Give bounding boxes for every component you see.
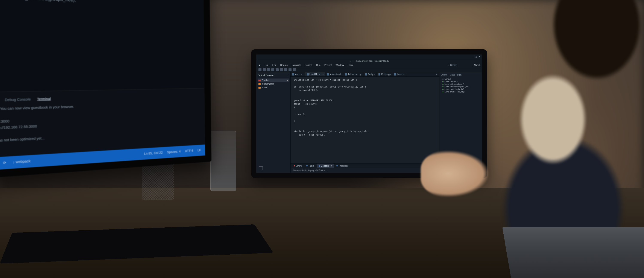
bullet-icon — [442, 86, 444, 87]
project-explorer-title: Project Explorer — [258, 74, 274, 76]
terminal-tab-debug-console[interactable]: Debug Console — [5, 96, 31, 103]
status-dot-icon — [319, 165, 320, 167]
outline-node[interactable]: Level :: GetTile(int, int) : — [441, 90, 481, 93]
tab-close-icon[interactable]: × — [322, 73, 324, 75]
outline-node[interactable]: Level :: GetTile(int, int) : — [441, 88, 481, 90]
file-icon — [307, 73, 309, 75]
panel-menu-icon[interactable]: ⋮ — [287, 74, 289, 76]
outline-node[interactable]: Level :: LevelO — [441, 80, 481, 83]
status-dot-icon — [336, 165, 338, 166]
toolbar-settings-icon[interactable] — [293, 68, 296, 71]
outline-root[interactable]: Level.h — [441, 78, 481, 80]
status-item[interactable]: Ln 85, Col 22 — [144, 149, 163, 158]
bottom-tab-tasks[interactable]: Tasks — [304, 164, 316, 168]
tab-app-cpp[interactable]: App.cpp — [291, 72, 305, 76]
search-placeholder: Search — [450, 64, 457, 66]
menu-source[interactable]: Source — [280, 64, 288, 66]
tab-level01-cpp[interactable]: Level01.cpp× — [305, 72, 326, 76]
menu-help[interactable]: Help — [348, 64, 353, 66]
menu-file[interactable]: File — [265, 64, 268, 66]
tab-entity-cpp[interactable]: Entity.cpp — [377, 72, 392, 76]
toolbar-stop-icon[interactable] — [284, 68, 287, 71]
toolbar-debug-icon[interactable] — [280, 68, 283, 71]
laptop-screen: — ▢ ✕ C++ - main/Level01.cpp - Moonlight… — [251, 49, 487, 178]
console-output: No consoles to display at this time... — [291, 168, 439, 173]
search-box[interactable]: ⌕ Search — [448, 64, 457, 66]
make-target-tab[interactable]: Make Target — [450, 74, 462, 76]
search-icon: ⌕ — [448, 64, 449, 66]
bullet-icon — [442, 81, 444, 82]
close-icon[interactable]: ✕ — [478, 55, 480, 58]
tab-animation-cpp[interactable]: Animation.cpp — [343, 72, 363, 76]
menu-window[interactable]: Window — [336, 64, 344, 66]
app-logo-icon: ▲ — [258, 64, 261, 66]
folder-icon — [258, 80, 260, 81]
toolbar — [256, 67, 482, 72]
window-title: C++ - main/Level01.cpp - Moonlight SDK — [256, 59, 482, 63]
file-icon — [378, 73, 380, 75]
tab-bar-close-icon[interactable]: × — [434, 72, 439, 76]
bullet-icon — [442, 91, 444, 92]
outline-node[interactable]: Level :: OnRender(SDL_Int... — [441, 85, 481, 88]
bottom-panel-tabs: ErrorsTasksConsole×Properties — [291, 163, 439, 168]
toolbar-save-all-icon[interactable] — [267, 68, 270, 71]
tab-animation-h[interactable]: Animation.h — [326, 72, 343, 76]
code-editor[interactable]: unsigned int len = cp_count * sizeof(*gr… — [291, 77, 439, 163]
status-item[interactable]: ↓ webpack — [13, 159, 30, 164]
toolbar-run-icon[interactable] — [276, 68, 279, 71]
bullet-icon — [442, 89, 444, 90]
toolbar-new-icon[interactable] — [258, 68, 262, 71]
external-monitor: group_info->blocks[i] = group_info->smal… — [0, 0, 212, 181]
toolbar-search-icon[interactable] — [288, 68, 292, 71]
file-icon — [292, 73, 294, 75]
tab-close-icon[interactable]: × — [330, 165, 332, 167]
menu-bar: ▲ FileEditSourceNavigateSearchRunProject… — [256, 63, 482, 67]
outline-tab[interactable]: Outline — [441, 74, 448, 76]
project-item-pkccompare[interactable]: pkcCompare — [258, 82, 289, 86]
monitor-terminal-output: Live link is activated. You can now view… — [0, 100, 199, 146]
editor-tab-bar: App.cppLevel01.cpp×Animation.hAnimation.… — [291, 72, 439, 77]
tab-level-h[interactable]: Level.h — [392, 72, 406, 76]
status-item[interactable]: ⟳ — [3, 161, 6, 165]
terminal-tab-terminal[interactable]: Terminal — [37, 96, 51, 102]
project-explorer-panel: Project Explorer ⋮ GradiuspkcCompareRais… — [256, 72, 291, 173]
water-glass-prop — [210, 131, 236, 191]
toolbar-build-icon[interactable] — [271, 68, 274, 71]
status-dot-icon — [306, 165, 308, 166]
outline-node[interactable]: Level :: OnLoad(char*) : — [441, 83, 481, 85]
bullet-icon — [442, 84, 444, 85]
menu-project[interactable]: Project — [324, 64, 332, 66]
status-item[interactable]: UTF-8 — [185, 147, 194, 155]
about-link[interactable]: About — [474, 64, 480, 66]
minimize-icon[interactable]: — — [470, 55, 473, 58]
file-icon — [345, 73, 347, 75]
file-icon — [327, 73, 329, 75]
file-icon — [365, 73, 367, 75]
folder-icon — [258, 87, 260, 89]
toolbar-save-icon[interactable] — [263, 68, 266, 71]
menu-search[interactable]: Search — [305, 64, 312, 66]
monitor-code-area: group_info->blocks[i] = group_info->smal… — [6, 0, 196, 10]
folder-icon — [258, 83, 260, 85]
menu-navigate[interactable]: Navigate — [292, 64, 301, 66]
bottom-tab-console[interactable]: Console× — [317, 164, 334, 168]
explorer-view-icon[interactable] — [259, 166, 263, 170]
project-item-raise[interactable]: Raise — [258, 86, 289, 89]
status-dot-icon — [294, 165, 295, 166]
maximize-icon[interactable]: ▢ — [475, 55, 477, 58]
status-item[interactable]: LF — [198, 147, 201, 154]
bottom-tab-errors[interactable]: Errors — [292, 164, 304, 168]
tab-entity-h[interactable]: Entity.h — [364, 72, 377, 76]
laptop-keyboard-deck — [502, 227, 644, 278]
file-icon — [394, 73, 396, 75]
window-controls: — ▢ ✕ — [256, 54, 482, 59]
bottom-tab-properties[interactable]: Properties — [334, 164, 350, 168]
laptop: — ▢ ✕ C++ - main/Level01.cpp - Moonlight… — [251, 49, 487, 195]
editor-area: App.cppLevel01.cpp×Animation.hAnimation.… — [291, 72, 439, 173]
menu-run[interactable]: Run — [316, 64, 320, 66]
status-item[interactable]: Spaces: 4 — [167, 148, 180, 156]
outline-panel: Outline Make Target Level.h Level :: Lev… — [439, 72, 482, 173]
menu-edit[interactable]: Edit — [272, 64, 276, 66]
project-item-gradius[interactable]: Gradius — [258, 78, 289, 82]
